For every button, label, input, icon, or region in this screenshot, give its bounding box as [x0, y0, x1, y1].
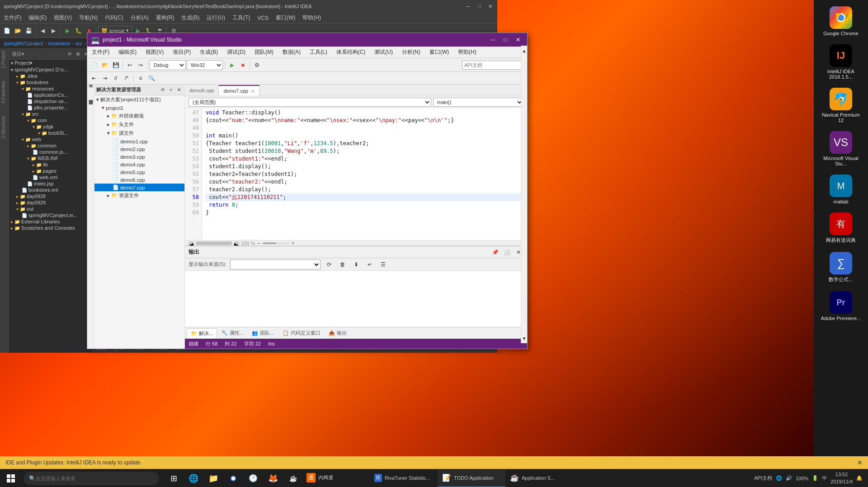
vs-output-refresh[interactable]: ⟳ — [324, 260, 334, 270]
vs-tb2-uncomment[interactable]: /* — [122, 73, 132, 83]
vs-output-pin[interactable]: 📌 — [490, 247, 500, 257]
tree-item-src[interactable]: ▾ 📁src — [9, 111, 92, 117]
vs-menu-build[interactable]: 生成(B) — [195, 47, 222, 58]
vs-code-content[interactable]: void Teacher::display() {cout<<"num:"<<n… — [202, 108, 527, 240]
sidebar-label-structure[interactable]: Z:Structure — [0, 114, 9, 140]
idea-menu-refactor[interactable]: 重构(R) — [152, 13, 178, 24]
vs-tb-stop[interactable]: ■ — [238, 60, 248, 70]
idea-menu-run[interactable]: 运行(U) — [203, 13, 229, 24]
desktop-icon-chrome[interactable]: Google Chrome — [818, 5, 863, 38]
tree-item-commonjs[interactable]: 📄common.js... — [9, 149, 92, 155]
idea-menu-edit[interactable]: 编辑(E) — [25, 13, 50, 24]
vs-scope-left-select[interactable]: (全局范围) — [189, 98, 431, 107]
sidebar-label-favorites[interactable]: 2:Favorites — [0, 79, 9, 105]
taskbar-notification-icon[interactable]: 🔔 — [856, 475, 863, 481]
tree-item-springmvc[interactable]: ▾springMVCproject D:\c... — [9, 66, 92, 73]
taskbar-icon-chrome2[interactable] — [224, 469, 242, 487]
desktop-icon-intellij[interactable]: IJ IntelliJ IDEA 2018.1.5... — [818, 43, 863, 81]
tree-item-bookstore[interactable]: ▾ 📁bookstore — [9, 79, 92, 85]
idea-tb-new[interactable]: 📄 — [2, 26, 12, 36]
vs-tree-headers[interactable]: ▸ 📁头文件 — [94, 120, 184, 129]
taskbar-icon-explorer[interactable]: 📁 — [204, 469, 222, 487]
taskbar-icon-task-view[interactable]: ⊞ — [165, 469, 183, 487]
vs-tb-open[interactable]: 📂 — [100, 60, 110, 70]
idea-menu-file[interactable]: 文件(F) — [0, 13, 25, 24]
breadcrumb-springmvc[interactable]: springMVCproject — [4, 41, 43, 46]
vs-output-options[interactable]: ☰ — [378, 260, 388, 270]
taskbar-icon-java[interactable]: ☕ — [284, 469, 302, 487]
tree-item-applicationco[interactable]: 📄applicationCo... — [9, 92, 92, 98]
idea-menu-build[interactable]: 生成(B) — [178, 13, 203, 24]
vs-tb2-find[interactable]: 🔍 — [146, 73, 156, 83]
desktop-icon-vs[interactable]: VS Microsoft Visual Stu... — [818, 129, 863, 168]
vs-menu-data[interactable]: 数据(A) — [278, 47, 305, 58]
desktop-icon-math[interactable]: ∑ 数学公式... — [818, 250, 863, 285]
vs-tab-demo7[interactable]: demo7.cpp ✕ — [219, 85, 259, 96]
tree-item-bookst[interactable]: ▾ 📁bookSt... — [9, 130, 92, 136]
tree-item-out[interactable]: ▾ 📁out — [9, 206, 92, 212]
tree-item-jdbc[interactable]: 📄jdbc.propertie... — [9, 104, 92, 111]
vs-scrollbar-horizontal[interactable]: ◀ ▶ 100 % ─ + — [185, 240, 527, 246]
tree-item-idea[interactable]: ▸ 📁.idea — [9, 73, 92, 79]
vs-bottom-tab-solution[interactable]: 📁 解决... — [187, 328, 217, 338]
idea-menu-window[interactable]: 窗口(W) — [272, 13, 299, 24]
vs-tree-project1[interactable]: ▾project1 — [94, 104, 184, 112]
vs-output-body[interactable] — [185, 271, 527, 327]
taskbar-volume-icon[interactable]: 🔊 — [786, 475, 792, 481]
breadcrumb-src[interactable]: src — [75, 41, 82, 46]
breadcrumb-bookstore[interactable]: bookstore — [48, 41, 70, 46]
vs-tree-demo5[interactable]: 📄demo5.cpp — [94, 168, 184, 176]
vs-menu-view[interactable]: 视图(V) — [141, 47, 168, 58]
vs-tree-demo7[interactable]: 📄demo7.cpp — [94, 184, 184, 191]
idea-tb-back[interactable]: ◀ — [38, 26, 47, 36]
vs-menu-edit[interactable]: 编辑(E) — [114, 47, 141, 58]
tree-item-web[interactable]: ▾ 📁web — [9, 136, 92, 142]
taskbar-app-rivatuner[interactable]: R RivaTuner Statistic... — [370, 469, 438, 487]
vs-menu-file[interactable]: 文件(F) — [87, 47, 114, 58]
idea-tb-forward[interactable]: ▶ — [48, 26, 58, 36]
taskbar-icon-edge[interactable]: 🌐 — [184, 469, 203, 487]
vs-menu-analyze[interactable]: 分析(N) — [397, 47, 425, 58]
taskbar-app-application[interactable]: ☕ Application S... — [505, 469, 573, 487]
tree-item-bookstoreiml[interactable]: 📄bookstore.iml — [9, 187, 92, 193]
vs-tb-save[interactable]: 💾 — [111, 60, 121, 70]
idea-menu-view[interactable]: 视图(V) — [50, 13, 75, 24]
vs-menu-team[interactable]: 团队(M) — [250, 47, 278, 58]
taskbar-start-button[interactable] — [0, 469, 22, 487]
vs-tb-undo[interactable]: ↩ — [125, 60, 135, 70]
vs-tb2-outdent[interactable]: ⇥ — [100, 73, 110, 83]
idea-maximize-button[interactable]: □ — [476, 3, 483, 10]
vs-tb-run[interactable]: ▶ — [227, 60, 237, 70]
vs-menu-test[interactable]: 测试(U) — [370, 47, 397, 58]
idea-menu-tools[interactable]: 工具(T) — [229, 13, 254, 24]
idea-sidebar-gear[interactable]: ⚙ — [74, 51, 81, 58]
desktop-icon-matlab[interactable]: M matlab — [818, 173, 863, 206]
vs-tb-debug-config[interactable]: Debug — [150, 60, 186, 70]
vs-tree-external-deps[interactable]: ▸ 📁外部依赖项 — [94, 112, 184, 120]
taskbar-search-bar[interactable]: 🔍 — [24, 472, 159, 485]
tree-item-common[interactable]: ▸ 📁common — [9, 142, 92, 149]
taskbar-api-doc[interactable]: API文档 — [754, 475, 772, 482]
vs-scroll-right[interactable]: ▶ — [234, 241, 239, 245]
tree-item-day0928[interactable]: ▸ 📁day0928 — [9, 193, 92, 199]
vs-tree-demo2[interactable]: 📄demo2.cpp — [94, 145, 184, 153]
vs-se-close[interactable]: ✕ — [175, 86, 183, 94]
idea-minimize-button[interactable]: ─ — [465, 3, 472, 10]
idea-menu-analyze[interactable]: 分析(A) — [127, 13, 152, 24]
vs-tree-source-files[interactable]: ▾ 📁源文件 — [94, 129, 184, 137]
taskbar-icon-firefox[interactable]: 🦊 — [264, 469, 282, 487]
vs-zoom-slider[interactable] — [263, 242, 290, 244]
tree-item-com[interactable]: ▾ 📁com — [9, 117, 92, 123]
vs-tree-demo6[interactable]: 📄demo6.cpp — [94, 176, 184, 184]
vs-minimize-button[interactable]: ─ — [487, 35, 498, 44]
vs-tb-settings[interactable]: ⚙ — [252, 60, 262, 70]
tree-item-project[interactable]: ▾Project▾ — [9, 60, 92, 66]
vs-output-float[interactable]: ⬜ — [502, 247, 512, 257]
vs-bottom-tab-output[interactable]: 📤 输出 — [325, 328, 350, 338]
desktop-icon-youdao[interactable]: 有 网易有道词典 — [818, 211, 863, 246]
vs-tb2-comment[interactable]: // — [111, 73, 121, 83]
vs-tb-redo[interactable]: ↪ — [136, 60, 146, 70]
vs-tree-demo3[interactable]: 📄demo3.cpp — [94, 153, 184, 161]
vs-tree-deemo1[interactable]: 📄deemo1.cpp — [94, 137, 184, 145]
vs-bottom-tab-codedef[interactable]: 📋 代码定义窗口 — [279, 328, 324, 338]
